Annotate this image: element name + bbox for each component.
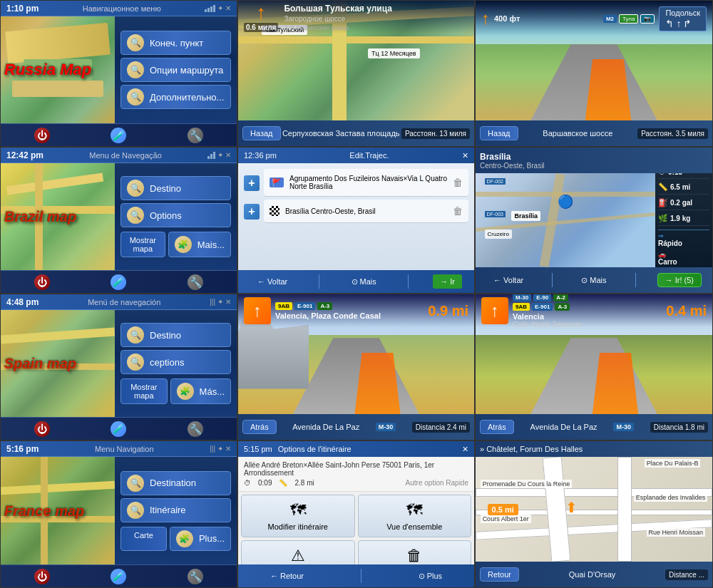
russia-menu-item-2[interactable]: 🔍 Опции маршрута [120, 58, 231, 82]
brazil-tools-btn[interactable]: 🔧 [188, 274, 203, 290]
paris-cours-albert: Cours Albert 1er [481, 515, 531, 523]
spain-close-icon[interactable]: ✕ [225, 298, 231, 306]
paris-esplanade: Esplanade des Invalides [634, 493, 708, 502]
france-tools-btn[interactable]: 🔧 [188, 569, 203, 584]
russia-3d-back-btn[interactable]: Назад [480, 126, 518, 140]
signal-bar-1 [205, 9, 207, 12]
brazil-menu-item-1[interactable]: 🔍 Destino [120, 176, 231, 200]
signal-bar-4 [213, 5, 215, 12]
france-modifier-btn[interactable]: 🗺 Modifier itinéraire [241, 495, 355, 537]
russia-title: Навигационное меню [83, 4, 161, 13]
brasilia-go-btn[interactable]: → Ir! (5) [657, 273, 702, 287]
france-close-icon[interactable]: ✕ [225, 445, 231, 453]
russia-3d-arrow: ↑ [481, 9, 490, 29]
brazil-trash-2[interactable]: 🗑 [453, 205, 463, 217]
co2-icon: 🌿 [658, 214, 668, 223]
spain-menu-item-2[interactable]: 🔍 ceptions [120, 350, 231, 374]
spain-3d-back-btn[interactable]: Atrás [480, 420, 514, 434]
brazil-menu-item-2[interactable]: 🔍 Options [120, 203, 231, 227]
france-header-icons: ||| ✦ ✕ [210, 445, 231, 453]
brazil-back-btn[interactable]: ← Voltar [250, 274, 294, 289]
brazil-flask-btn[interactable]: 🧪 [111, 274, 126, 290]
france-route-close[interactable]: ✕ [462, 445, 468, 454]
brazil-show-map-btn[interactable]: Mostrar mapa [120, 232, 165, 257]
france-route-time: 5:15 pm [244, 445, 272, 453]
brazil-menu-item-3[interactable]: 🧩 Mais... [168, 232, 231, 257]
spain-menu-label-2: ceptions [150, 357, 184, 368]
brazil-add-btn-2[interactable]: + [244, 204, 260, 220]
brasilia-back-btn[interactable]: ← Voltar [486, 273, 530, 287]
brazil-power-btn[interactable]: ⏻ [34, 274, 50, 290]
spain-3d-badges-right: 9AB E-901 A-3 [513, 303, 662, 311]
brazil-overlay-text: Brazil map [4, 209, 76, 225]
brazil-signal [207, 151, 215, 159]
spain-menu-item-1[interactable]: 🔍 Destino [120, 323, 231, 347]
flask-icon[interactable]: 🧪 [111, 128, 126, 143]
options-icon: 🔍 [127, 61, 144, 78]
map-road-2 [12, 81, 103, 97]
france-menu-item-3[interactable]: 🧩 Plus... [170, 527, 231, 551]
russia-time: 1:10 pm [6, 4, 39, 14]
paris-retour-btn[interactable]: Retour [480, 567, 519, 582]
russia-map-cell: Так Тульский Тц 12 Месяцев ↑ 0.6 миля Бо… [237, 0, 475, 147]
brazil-bottom-row: Mostrar mapa 🧩 Mais... [120, 232, 231, 257]
brasilia-mais-btn[interactable]: ⊙ Mais [574, 273, 613, 288]
close-icon[interactable]: ✕ [225, 4, 231, 12]
france-menu-item-2[interactable]: 🔍 Itinéraire [120, 498, 231, 522]
france-road-1 [1, 481, 115, 495]
russia-menu-label-1: Конеч. пункт [150, 38, 203, 48]
brasilia-dist: 6.5 mi [670, 183, 690, 191]
spain-menu-item-3[interactable]: 🧩 Más... [170, 378, 231, 404]
spain-current-street: Avenida De La Paz [292, 423, 359, 431]
brasilia-region: Centro-Oeste, Brasil [480, 162, 708, 170]
fuel-icon: ⛽ [658, 198, 668, 207]
tools-button[interactable]: 🔧 [188, 128, 203, 143]
spain-map-cell: ↑ 9AB E-901 A-3 Valencia, Plaza Conde Ca… [237, 294, 475, 440]
france-flask-btn[interactable]: 🧪 [111, 569, 126, 584]
spain-back-btn[interactable]: Atrás [242, 420, 277, 434]
spain-title: Menú de navegación [88, 298, 160, 306]
russia-3d-dist: 400 фт [494, 14, 520, 23]
spain-power-btn[interactable]: ⏻ [34, 421, 50, 437]
brazil-mais-btn[interactable]: ⊙ Mais [344, 274, 384, 289]
brazil-close-icon[interactable]: ✕ [225, 151, 231, 159]
spain-header-icons: ||| ✦ ✕ [210, 298, 231, 306]
france-plus-btn[interactable]: ⊙ Plus [411, 569, 449, 584]
france-map-btn[interactable]: Carte [120, 527, 167, 551]
paris-dest: » Châtelet, Forum Des Halles [480, 445, 583, 453]
russia-3d-topbar: ↑ 400 фт M2 Тула 📷 Подольск ↰ ↑ ↱ [476, 1, 712, 36]
france-power-btn[interactable]: ⏻ [34, 569, 50, 584]
spain-more-icon: 🧩 [177, 383, 194, 400]
russia-main-street: Большая Тульская улица [284, 4, 391, 14]
spain-badge-9ab: 9AB [275, 302, 292, 310]
france-menu-item-1[interactable]: 🔍 Destination [120, 471, 231, 495]
brazil-dest-icon: 🔍 [127, 180, 144, 197]
spain-nav-body: Spain map 🔍 Destino 🔍 ceptions Mostrar m… [1, 310, 237, 417]
brazil-add-btn-1[interactable]: + [244, 175, 260, 191]
spain-3d-instruction: ↑ M-30 E-90 A-2 9AB E-901 A-3 Valencia C… [476, 294, 712, 327]
brazil-go-btn[interactable]: → Ir [433, 274, 462, 289]
russia-3d-signs: M2 Тула 📷 [603, 14, 655, 24]
spain-show-map-btn[interactable]: Mostrar mapa [120, 378, 168, 404]
spain-tools-btn[interactable]: 🔧 [188, 421, 203, 437]
france-retour-btn[interactable]: ← Retour [263, 569, 311, 583]
spain-3d-dist-bottom: Distancia 1.8 mi [650, 422, 708, 433]
russia-back-btn[interactable]: Назад [242, 126, 281, 140]
spain-3d-info: M-30 E-90 A-2 9AB E-901 A-3 Valencia Cal… [513, 294, 662, 329]
russia-menu-item-3[interactable]: 🔍 Дополнительно... [120, 85, 231, 109]
m30-badge-spain: M-30 [376, 423, 396, 431]
france-vue-btn[interactable]: 🗺 Vue d'ensemble [358, 495, 472, 537]
destination-icon: 🔍 [127, 34, 144, 51]
russia-menu-item-1[interactable]: 🔍 Конеч. пункт [120, 31, 231, 55]
e90-badge: E-90 [533, 294, 551, 301]
brazil-trash-1[interactable]: 🗑 [453, 177, 463, 188]
brazil-nav-menu: 12:42 pm Menu de Navegação ✦ ✕ Brazil [0, 147, 237, 294]
france-dist-icon: 📏 [279, 479, 287, 487]
spain-flask-btn[interactable]: 🧪 [111, 421, 126, 437]
france-dist-val: 2.8 mi [294, 479, 314, 487]
power-button[interactable]: ⏻ [34, 128, 50, 143]
brazil-route-close[interactable]: ✕ [462, 151, 468, 160]
paris-map-cell: » Châtelet, Forum Des Halles Place Du Pa… [475, 440, 713, 588]
russia-map-topbar: ↑ 0.6 миля Большая Тульская улица Загоро… [238, 1, 474, 33]
france-map-thumb: France map [1, 457, 115, 564]
